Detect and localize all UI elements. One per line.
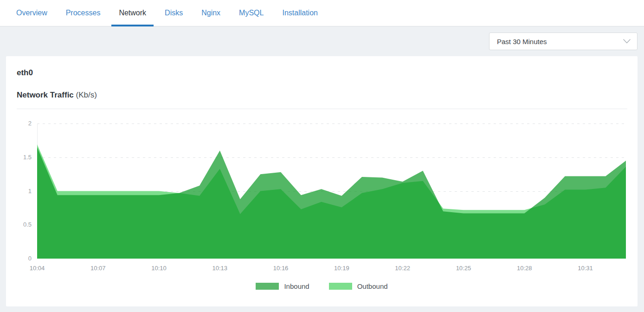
tab-label: Installation — [282, 9, 318, 17]
tab-mysql[interactable]: MySQL — [232, 0, 271, 26]
tab-bar: Overview Processes Network Disks Nginx M… — [0, 0, 644, 26]
x-tick-label: 10:31 — [571, 265, 599, 272]
chart-title-text: Network Traffic — [17, 91, 74, 99]
tab-processes[interactable]: Processes — [58, 0, 108, 26]
legend-label-outbound: Outbound — [357, 282, 388, 290]
x-tick-label: 10:19 — [328, 265, 355, 272]
divider — [17, 109, 627, 109]
tab-disks[interactable]: Disks — [157, 0, 190, 26]
chart-title-unit: (Kb/s) — [74, 91, 97, 99]
tab-label: Processes — [66, 9, 101, 17]
inbound-swatch-icon — [256, 283, 279, 290]
x-tick-label: 10:10 — [145, 265, 173, 272]
tab-nginx[interactable]: Nginx — [194, 0, 228, 26]
chevron-down-icon — [623, 39, 631, 44]
filter-bar: Past 30 Minutes — [0, 26, 644, 56]
y-tick-label: 1 — [6, 188, 32, 195]
time-range-select[interactable]: Past 30 Minutes — [489, 32, 638, 50]
tab-label: MySQL — [239, 9, 264, 17]
tab-label: Disks — [165, 9, 183, 17]
legend-label-inbound: Inbound — [284, 282, 309, 290]
x-tick-label: 10:22 — [389, 265, 417, 272]
y-tick-label: 0 — [6, 255, 32, 262]
x-tick-label: 10:07 — [84, 265, 112, 272]
interface-title: eth0 — [17, 68, 33, 78]
chart-title: Network Traffic (Kb/s) — [17, 91, 97, 100]
legend-item-inbound: Inbound — [256, 282, 309, 290]
x-tick-label: 10:13 — [206, 265, 234, 272]
chart-legend: Inbound Outbound — [6, 282, 638, 290]
outbound-swatch-icon — [329, 283, 352, 290]
x-tick-label: 10:16 — [267, 265, 295, 272]
tab-label: Network — [119, 9, 146, 17]
time-range-value: Past 30 Minutes — [497, 38, 547, 46]
tab-installation[interactable]: Installation — [275, 0, 325, 26]
tab-network[interactable]: Network — [111, 0, 154, 26]
tab-overview[interactable]: Overview — [9, 0, 55, 26]
legend-item-outbound: Outbound — [329, 282, 388, 290]
tab-label: Nginx — [201, 9, 220, 17]
x-tick-label: 10:28 — [510, 265, 538, 272]
y-tick-label: 2 — [6, 120, 32, 127]
tab-label: Overview — [16, 9, 47, 17]
x-tick-label: 10:04 — [23, 265, 51, 272]
y-tick-label: 0.5 — [6, 221, 32, 228]
x-tick-label: 10:25 — [450, 265, 477, 272]
y-tick-label: 1.5 — [6, 154, 32, 161]
network-traffic-area-chart — [37, 124, 626, 259]
network-traffic-card: eth0 Network Traffic (Kb/s) 00.511.52 10… — [6, 56, 638, 306]
